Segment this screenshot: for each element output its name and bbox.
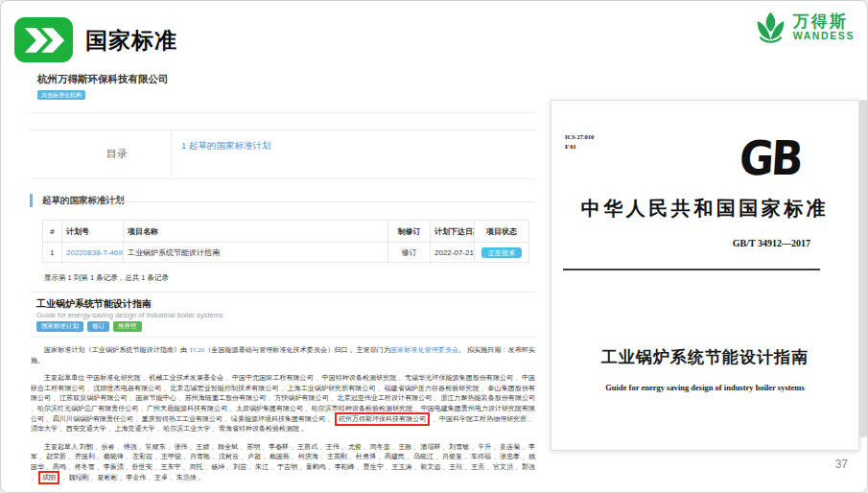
gb-logo: GB bbox=[738, 130, 802, 185]
table-row: 1 20220838-T-469 工业锅炉系统节能设计指南 修订 2022-07… bbox=[43, 243, 529, 263]
cell-index: 1 bbox=[43, 243, 62, 263]
divider bbox=[30, 112, 535, 113]
divider bbox=[30, 292, 535, 293]
table-header-row: # 计划号 项目名称 制修订 计划下达日期 项目状态 bbox=[43, 221, 529, 243]
cell-issue-date: 2022-07-21 bbox=[431, 243, 475, 263]
paragraph-drafting-units: 主要起草单位 中国标准化研究院 、机械工业技术发展基金会 、中国中元国际工程有限… bbox=[31, 373, 535, 434]
standard-badges: 国家标准计划 修订 推荐性 bbox=[36, 321, 142, 332]
company-type-badge: 其他标准化机构 bbox=[37, 90, 85, 100]
company-title: 杭州万得斯环保科技有限公司 bbox=[37, 73, 169, 86]
header-revision: 制修订 bbox=[388, 221, 431, 243]
national-standard-title: 中华人民共和国国家标准 bbox=[551, 196, 858, 222]
paragraph-overview: 国家标准计划《工业锅炉系统节能设计指南》由 TC20（全国能源基础与管理标准化技… bbox=[31, 345, 535, 365]
drafted-plans-heading: 起草的国家标准计划 bbox=[42, 195, 125, 207]
divider bbox=[30, 337, 535, 338]
cell-revision: 修订 bbox=[388, 243, 431, 263]
p3-text: 、魏绍刚 、夏彬彬 、李金伟 、王卓 、朱浩倩 。 bbox=[60, 474, 205, 481]
double-chevron-icon bbox=[23, 27, 65, 54]
page-title: 国家标准 bbox=[85, 26, 177, 56]
highlight-person: 成阳 bbox=[38, 471, 59, 484]
standard-cover-page: ICS 27.010 F 01 GB 中华人民共和国国家标准 GB/T 3491… bbox=[551, 100, 859, 451]
toc-link[interactable]: 1 起草的国家标准计划 bbox=[181, 140, 270, 153]
standard-title-en: Guide for energy-saving design of indust… bbox=[36, 311, 223, 319]
cover-rule bbox=[563, 269, 820, 270]
header-issue-date: 计划下达日期 bbox=[431, 221, 475, 243]
brand-name-en: WANDESS bbox=[793, 31, 855, 41]
p1-text: 国家标准计划《工业锅炉系统节能设计指南》由 bbox=[44, 346, 189, 354]
doc-title-en: Guide for energy saving design of indust… bbox=[551, 383, 858, 392]
cell-project-name: 工业锅炉系统节能设计指南 bbox=[124, 243, 388, 263]
page-number: 37 bbox=[835, 458, 848, 471]
plans-table: # 计划号 项目名称 制修订 计划下达日期 项目状态 1 20220838-T-… bbox=[42, 220, 529, 263]
paragraph-drafters: 主要起草人 刘韧 、侯睿 、傅强 、笪耀东 、张伟 、王婧 、顾全斌 、苏明 、… bbox=[31, 442, 535, 482]
section-accent-bar bbox=[30, 194, 33, 207]
section-marker bbox=[14, 17, 73, 62]
header-project-name: 项目名称 bbox=[124, 221, 388, 243]
standard-title-cn: 工业锅炉系统节能设计指南 bbox=[36, 297, 152, 311]
brand-logo: 万得斯 WANDESS bbox=[753, 10, 855, 45]
toc-divider bbox=[171, 130, 172, 176]
heading-rule bbox=[118, 201, 535, 202]
slide-canvas: 国家标准 万得斯 WANDESS 杭州万得斯环保科技有限公司 其他标准化机构 目… bbox=[0, 0, 868, 493]
p1-text: （全国能源基础与管理标准化技术委员会）归口 。主管部门为 bbox=[204, 346, 390, 354]
header-status: 项目状态 bbox=[475, 221, 529, 243]
plan-description: 国家标准计划《工业锅炉系统节能设计指南》由 TC20（全国能源基础与管理标准化技… bbox=[31, 345, 535, 490]
ics-number: ICS 27.010 bbox=[565, 132, 594, 142]
highlight-company: 杭州万得斯环保科技有限公司 bbox=[335, 412, 430, 426]
sac-link[interactable]: 国家标准化管理委员会 bbox=[390, 346, 458, 354]
toc-label: 目录 bbox=[106, 147, 128, 161]
badge-revision: 修订 bbox=[87, 321, 109, 332]
table-footer: 显示第 1 到第 1 条记录，总共 1 条记录 bbox=[44, 273, 169, 283]
badge-plan-type: 国家标准计划 bbox=[36, 321, 83, 332]
class-code: F 01 bbox=[565, 142, 594, 152]
status-badge: 正在批准 bbox=[481, 247, 522, 258]
header-index: # bbox=[43, 221, 62, 243]
doc-title-cn: 工业锅炉系统节能设计指南 bbox=[551, 346, 858, 368]
scrollbar[interactable] bbox=[859, 100, 867, 437]
header-plan-no: 计划号 bbox=[62, 221, 124, 243]
brand-name-cn: 万得斯 bbox=[793, 13, 855, 31]
standard-number: GB/T 34912—2017 bbox=[551, 238, 810, 248]
plan-no-link[interactable]: 20220838-T-469 bbox=[66, 248, 123, 257]
ics-code: ICS 27.010 F 01 bbox=[565, 132, 594, 152]
tc20-link[interactable]: TC20 bbox=[189, 346, 204, 354]
wandess-leaf-icon bbox=[753, 10, 788, 45]
badge-recommended: 推荐性 bbox=[113, 321, 142, 332]
